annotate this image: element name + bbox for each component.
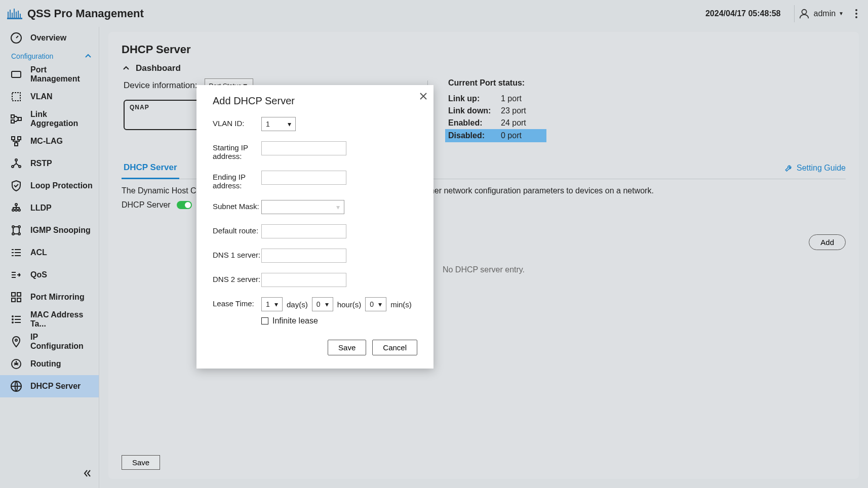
setting-guide-label: Setting Guide <box>797 164 846 173</box>
sidebar-item-port-mgmt[interactable]: Port Management <box>0 63 99 86</box>
setting-guide-link[interactable]: Setting Guide <box>784 157 846 179</box>
rstp-icon <box>10 157 22 170</box>
svg-point-14 <box>15 204 17 206</box>
sidebar-item-label: IP Configuration <box>30 333 93 351</box>
subnet-select[interactable]: ▾ <box>261 200 344 214</box>
dashboard-header[interactable]: Dashboard <box>123 63 846 73</box>
sidebar-item-link-agg[interactable]: Link Aggregation <box>0 108 99 130</box>
sidebar-item-label: LLDP <box>30 204 52 213</box>
svg-point-28 <box>12 322 13 323</box>
qos-icon <box>10 269 22 281</box>
page-save-button[interactable]: Save <box>122 455 160 470</box>
sidebar-item-port-mirror[interactable]: Port Mirroring <box>0 286 99 308</box>
user-icon[interactable] <box>799 8 810 19</box>
sidebar-item-label: QoS <box>30 270 47 279</box>
more-menu-icon[interactable] <box>852 9 861 18</box>
lease-days-select[interactable]: 1▾ <box>261 297 283 311</box>
svg-rect-10 <box>15 143 18 146</box>
end-ip-label: Ending IP address: <box>213 171 261 190</box>
infinite-lease-label: Infinite lease <box>272 316 318 326</box>
svg-rect-24 <box>12 298 15 302</box>
sidebar-item-label: DHCP Server <box>30 382 81 391</box>
mclag-icon <box>10 135 22 147</box>
route-label: Default route: <box>213 224 261 235</box>
add-button[interactable]: Add <box>809 234 846 250</box>
dns1-input[interactable] <box>261 249 346 263</box>
sidebar-item-label: RSTP <box>30 159 52 168</box>
wrench-icon <box>784 164 794 173</box>
svg-point-26 <box>12 316 13 317</box>
end-ip-input[interactable] <box>261 171 346 185</box>
caret-down-icon: ▾ <box>336 203 340 211</box>
lease-mins-unit: min(s) <box>390 300 412 309</box>
svg-rect-23 <box>17 293 21 296</box>
sidebar-item-dhcp-server[interactable]: DHCP Server <box>0 375 99 397</box>
sidebar-item-igmp[interactable]: IGMP Snooping <box>0 219 99 241</box>
linkup-value: 1 port <box>501 94 522 103</box>
dhcp-toggle[interactable] <box>177 201 192 209</box>
start-ip-input[interactable] <box>261 141 346 155</box>
shield-icon <box>10 180 22 192</box>
user-name[interactable]: admin <box>814 9 836 18</box>
vlan-id-select[interactable]: 1▾ <box>261 117 296 131</box>
svg-rect-3 <box>12 71 21 77</box>
start-ip-label: Starting IP address: <box>213 141 261 160</box>
user-caret-icon[interactable]: ▼ <box>839 11 844 16</box>
sidebar-item-routing[interactable]: Routing <box>0 353 99 375</box>
lldp-icon <box>10 202 22 214</box>
sidebar-item-vlan[interactable]: VLAN <box>0 86 99 108</box>
svg-point-16 <box>15 209 17 211</box>
linkdown-value: 23 port <box>501 106 526 115</box>
svg-point-15 <box>12 209 14 211</box>
sidebar-item-label: MC-LAG <box>30 137 63 146</box>
sidebar-item-label: VLAN <box>30 92 53 101</box>
sidebar-item-lldp[interactable]: LLDP <box>0 197 99 219</box>
close-icon[interactable] <box>419 92 427 100</box>
sidebar-item-mclag[interactable]: MC-LAG <box>0 130 99 152</box>
lease-hours-unit: hour(s) <box>337 300 362 309</box>
port-status: Current Port status: Link up:1 port Link… <box>448 78 846 142</box>
add-dhcp-modal: Add DHCP Server VLAN ID: 1▾ Starting IP … <box>196 85 433 369</box>
subnet-label: Subnet Mask: <box>213 200 261 211</box>
linkdown-label: Link down: <box>448 106 494 115</box>
svg-point-20 <box>12 233 14 235</box>
svg-rect-5 <box>11 115 14 118</box>
svg-rect-0 <box>7 18 22 19</box>
modal-save-button[interactable]: Save <box>328 340 366 355</box>
lease-mins-select[interactable]: 0▾ <box>365 297 386 311</box>
page-title: DHCP Server <box>122 43 846 56</box>
svg-point-21 <box>18 233 20 235</box>
sidebar-item-rstp[interactable]: RSTP <box>0 152 99 175</box>
dns2-input[interactable] <box>261 273 346 287</box>
lease-hours-value: 0 <box>317 300 321 308</box>
sidebar-item-acl[interactable]: ACL <box>0 241 99 264</box>
sidebar-item-label: Loop Protection <box>30 181 93 190</box>
port-status-title: Current Port status: <box>448 78 846 88</box>
tab-dhcp-server[interactable]: DHCP Server <box>122 157 179 179</box>
sidebar-item-qos[interactable]: QoS <box>0 264 99 286</box>
route-input[interactable] <box>261 224 346 238</box>
infinite-lease-checkbox[interactable] <box>261 317 268 324</box>
modal-cancel-button[interactable]: Cancel <box>372 340 417 355</box>
sidebar-collapse-icon[interactable] <box>83 469 92 478</box>
svg-point-17 <box>18 209 20 211</box>
sidebar-section-configuration[interactable]: Configuration <box>0 49 99 63</box>
svg-point-27 <box>12 319 13 320</box>
sidebar-item-label: MAC Address Ta... <box>30 310 93 329</box>
sidebar-item-ip-config[interactable]: IP Configuration <box>0 331 99 353</box>
mirror-icon <box>10 291 22 303</box>
sidebar-item-label: Overview <box>30 33 66 43</box>
svg-rect-9 <box>18 137 21 140</box>
vlan-icon <box>10 91 22 103</box>
svg-rect-6 <box>11 120 14 123</box>
sidebar-item-mac-table[interactable]: MAC Address Ta... <box>0 308 99 331</box>
vlan-id-label: VLAN ID: <box>213 117 261 128</box>
dashboard-label: Dashboard <box>136 63 181 73</box>
sidebar-item-loop-protection[interactable]: Loop Protection <box>0 175 99 197</box>
svg-rect-7 <box>18 117 21 120</box>
caret-down-icon: ▾ <box>274 300 278 308</box>
lease-hours-select[interactable]: 0▾ <box>312 297 333 311</box>
chevron-up-icon <box>123 65 130 72</box>
svg-rect-22 <box>12 293 15 296</box>
sidebar-item-overview[interactable]: Overview <box>0 27 99 49</box>
